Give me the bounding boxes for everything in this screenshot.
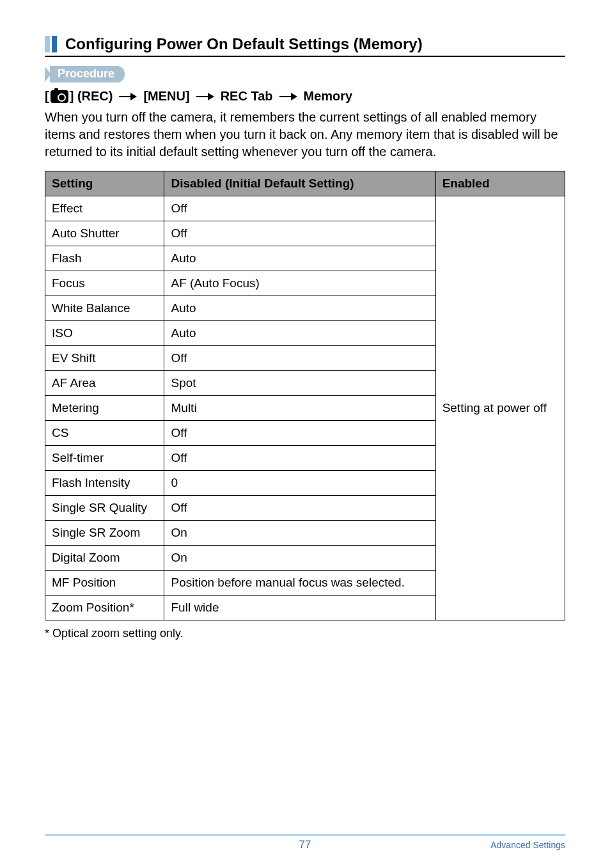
- arrow-right-icon: [119, 93, 137, 100]
- cell-disabled: Off: [164, 446, 435, 471]
- cell-disabled: 0: [164, 471, 435, 496]
- cell-disabled: Position before manual focus was selecte…: [164, 571, 435, 596]
- cell-disabled: Off: [164, 421, 435, 446]
- th-enabled: Enabled: [435, 171, 565, 196]
- cell-setting: Digital Zoom: [45, 546, 164, 571]
- cell-setting: EV Shift: [45, 346, 164, 371]
- table-header-row: Setting Disabled (Initial Default Settin…: [45, 171, 565, 196]
- cell-setting: Flash Intensity: [45, 471, 164, 496]
- cell-disabled: Auto: [164, 296, 435, 321]
- cell-disabled: Full wide: [164, 596, 435, 620]
- cell-setting: CS: [45, 421, 164, 446]
- footer-section-label: Advanced Settings: [490, 840, 565, 850]
- cell-disabled: Auto: [164, 321, 435, 346]
- th-setting: Setting: [45, 171, 164, 196]
- cell-setting: Focus: [45, 271, 164, 296]
- description-text: When you turn off the camera, it remembe…: [45, 109, 565, 161]
- page-number: 77: [299, 839, 311, 851]
- breadcrumb-rec: ] (REC): [70, 89, 113, 104]
- procedure-label: Procedure: [50, 66, 125, 83]
- cell-disabled: Off: [164, 221, 435, 246]
- footnote: * Optical zoom setting only.: [45, 627, 565, 640]
- footer-rule: [45, 834, 565, 836]
- cell-disabled: On: [164, 546, 435, 571]
- cell-setting: Zoom Position*: [45, 596, 164, 620]
- page-footer: 77 Advanced Settings: [0, 834, 610, 850]
- cell-disabled: On: [164, 521, 435, 546]
- cell-setting: Auto Shutter: [45, 221, 164, 246]
- cell-disabled: Off: [164, 496, 435, 521]
- cell-setting: Flash: [45, 246, 164, 271]
- cell-setting: White Balance: [45, 296, 164, 321]
- section-header: Configuring Power On Default Settings (M…: [45, 35, 565, 57]
- cell-setting: Effect: [45, 196, 164, 221]
- cell-setting: AF Area: [45, 371, 164, 396]
- cell-disabled: Off: [164, 196, 435, 221]
- section-title: Configuring Power On Default Settings (M…: [65, 35, 423, 53]
- breadcrumb-rectab: REC Tab: [221, 89, 273, 104]
- breadcrumb-memory: Memory: [304, 89, 353, 104]
- cell-setting: Single SR Zoom: [45, 521, 164, 546]
- cell-disabled: Auto: [164, 246, 435, 271]
- cell-setting: Metering: [45, 396, 164, 421]
- procedure-heading: Procedure: [45, 66, 565, 83]
- settings-table: Setting Disabled (Initial Default Settin…: [45, 171, 565, 620]
- breadcrumb-menu: [MENU]: [143, 89, 189, 104]
- breadcrumb: [ ] (REC) [MENU] REC Tab Memory: [45, 89, 565, 104]
- camera-icon: [51, 90, 68, 103]
- breadcrumb-bracket-open: [: [45, 89, 49, 104]
- th-disabled: Disabled (Initial Default Setting): [164, 171, 435, 196]
- section-marker-icon: [45, 36, 59, 52]
- table-row: EffectOffSetting at power off: [45, 196, 565, 221]
- cell-disabled: Multi: [164, 396, 435, 421]
- cell-setting: MF Position: [45, 571, 164, 596]
- cell-setting: ISO: [45, 321, 164, 346]
- arrow-right-icon: [196, 93, 214, 100]
- cell-disabled: AF (Auto Focus): [164, 271, 435, 296]
- arrow-right-icon: [279, 93, 297, 100]
- cell-setting: Single SR Quality: [45, 496, 164, 521]
- cell-enabled: Setting at power off: [435, 196, 565, 620]
- cell-setting: Self-timer: [45, 446, 164, 471]
- cell-disabled: Spot: [164, 371, 435, 396]
- cell-disabled: Off: [164, 346, 435, 371]
